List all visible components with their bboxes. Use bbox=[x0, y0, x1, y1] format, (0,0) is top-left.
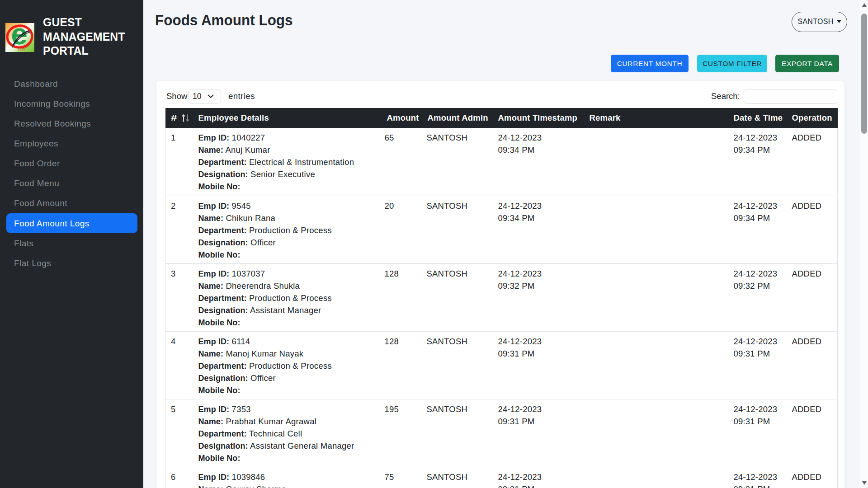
svg-text:Sathi: Sathi bbox=[18, 48, 26, 51]
